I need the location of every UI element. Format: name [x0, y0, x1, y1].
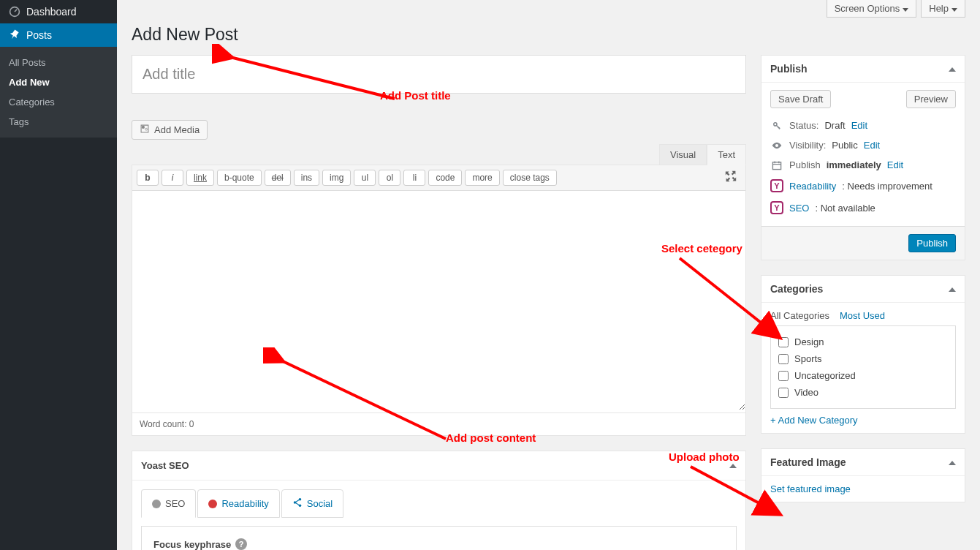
toggle-icon[interactable] [949, 65, 956, 73]
svg-rect-6 [772, 162, 780, 169]
toggle-icon[interactable] [949, 459, 956, 467]
category-checkbox[interactable] [778, 371, 789, 381]
yoast-seo-box: Yoast SEO SEO Readability [132, 451, 746, 550]
edit-status-link[interactable]: Edit [851, 120, 867, 131]
qt-ol[interactable]: ol [379, 170, 400, 186]
set-featured-image-link[interactable]: Set featured image [770, 483, 851, 494]
qt-more[interactable]: more [465, 170, 499, 186]
screen-options-button[interactable]: Screen Options [827, 0, 917, 18]
category-item[interactable]: Uncategorized [778, 367, 948, 384]
qt-bquote[interactable]: b-quote [217, 170, 262, 186]
share-icon [292, 497, 303, 510]
publish-box: Publish Save Draft Preview Status: Draft [761, 55, 965, 260]
key-icon [770, 121, 783, 131]
add-new-category-link[interactable]: + Add New Category [770, 415, 858, 426]
eye-icon [770, 140, 783, 151]
sidebar-item-dashboard[interactable]: Dashboard [0, 0, 117, 23]
help-icon[interactable]: ? [235, 538, 247, 550]
category-list: Design Sports Uncategorized Video [770, 325, 956, 409]
category-item[interactable]: Sports [778, 350, 948, 367]
qt-bold[interactable]: b [137, 170, 159, 186]
qt-italic[interactable]: i [162, 170, 183, 186]
qt-img[interactable]: img [322, 170, 351, 186]
focus-keyphrase-label: Focus keyphrase ? [153, 538, 247, 550]
word-count: Word count: 0 [132, 412, 745, 435]
media-icon [140, 124, 150, 136]
sidebar-item-posts[interactable]: Posts [0, 23, 117, 47]
edit-schedule-link[interactable]: Edit [887, 159, 903, 170]
qt-code[interactable]: code [428, 170, 462, 186]
sidebar-sub-add-new[interactable]: Add New [0, 72, 117, 92]
sidebar-sub-categories[interactable]: Categories [0, 92, 117, 112]
add-media-button[interactable]: Add Media [132, 120, 208, 140]
featured-image-title: Featured Image [770, 456, 846, 468]
categories-title: Categories [770, 283, 823, 295]
page-title: Add New Post [132, 25, 965, 45]
svg-point-2 [294, 501, 297, 504]
yoast-icon: Y [770, 179, 783, 192]
sidebar-sub-tags[interactable]: Tags [0, 112, 117, 132]
dashboard-icon [7, 6, 22, 18]
publish-title: Publish [770, 63, 808, 75]
yoast-tab-readability[interactable]: Readability [197, 489, 279, 518]
tab-visual[interactable]: Visual [659, 144, 707, 165]
sidebar-label: Dashboard [26, 6, 77, 18]
quicktags-toolbar: b i link b-quote del ins img ul ol li co… [132, 165, 745, 191]
content-textarea[interactable] [132, 191, 745, 410]
tab-text[interactable]: Text [707, 144, 746, 165]
seo-indicator-icon [152, 500, 161, 508]
edit-visibility-link[interactable]: Edit [864, 140, 880, 151]
qt-ins[interactable]: ins [294, 170, 319, 186]
qt-ul[interactable]: ul [354, 170, 376, 186]
category-checkbox[interactable] [778, 337, 789, 347]
editor-tabs: Visual Text [132, 144, 746, 165]
editor: b i link b-quote del ins img ul ol li co… [132, 165, 746, 436]
calendar-icon [770, 160, 783, 170]
post-title-input[interactable] [132, 55, 746, 94]
sidebar-sub-all-posts[interactable]: All Posts [0, 53, 117, 72]
save-draft-button[interactable]: Save Draft [770, 90, 831, 108]
yoast-tab-seo[interactable]: SEO [141, 489, 196, 518]
svg-point-4 [299, 504, 302, 507]
featured-image-box: Featured Image Set featured image [761, 448, 965, 502]
qt-link[interactable]: link [186, 170, 214, 186]
category-item[interactable]: Design [778, 334, 948, 350]
readability-link[interactable]: Readability [789, 181, 836, 192]
cat-tab-all[interactable]: All Categories [770, 310, 829, 321]
add-media-label: Add Media [154, 124, 200, 135]
yoast-title: Yoast SEO [141, 460, 189, 471]
screen-meta: Screen Options Help [132, 0, 965, 18]
svg-point-3 [299, 498, 302, 501]
publish-button[interactable]: Publish [908, 234, 956, 252]
category-checkbox[interactable] [778, 388, 789, 398]
seo-link[interactable]: SEO [789, 203, 809, 214]
fullscreen-icon[interactable] [721, 170, 741, 185]
toggle-icon[interactable] [949, 285, 956, 293]
qt-li[interactable]: li [403, 170, 425, 186]
readability-indicator-icon [208, 500, 217, 508]
admin-sidebar: Dashboard Posts All Posts Add New Catego… [0, 0, 117, 550]
yoast-icon: Y [770, 201, 783, 214]
qt-close-tags[interactable]: close tags [503, 170, 557, 186]
pin-icon [7, 29, 22, 41]
svg-point-1 [142, 126, 145, 129]
toggle-icon[interactable] [729, 462, 737, 470]
sidebar-label: Posts [26, 29, 52, 41]
preview-button[interactable]: Preview [906, 90, 956, 108]
yoast-tab-social[interactable]: Social [281, 489, 343, 518]
help-button[interactable]: Help [921, 0, 965, 18]
sidebar-submenu: All Posts Add New Categories Tags [0, 47, 117, 138]
categories-box: Categories All Categories Most Used Desi… [761, 275, 965, 434]
category-checkbox[interactable] [778, 354, 789, 364]
qt-del[interactable]: del [265, 170, 291, 186]
cat-tab-most-used[interactable]: Most Used [840, 310, 885, 321]
category-item[interactable]: Video [778, 384, 948, 401]
